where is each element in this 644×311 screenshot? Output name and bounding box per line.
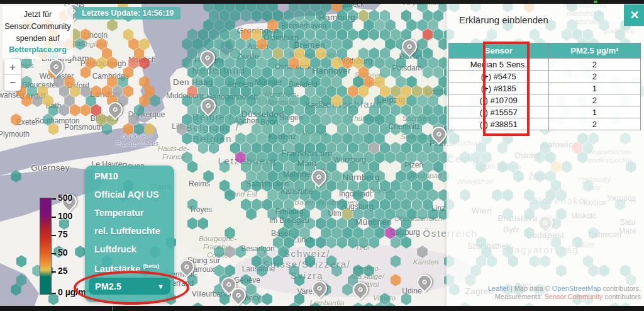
sensor-icon [204,101,213,110]
table-row: (+) #81851 [449,82,641,94]
map-marker[interactable] [104,99,126,120]
sensor-icon [420,278,429,286]
sensor-icon [356,285,365,294]
beta-suffix: (beta) [143,263,159,269]
legend-tick-label: 100 [58,211,72,221]
menu-item-pm10[interactable]: PM10 [85,166,174,184]
close-icon[interactable]: ✕ [624,4,644,26]
map-marker[interactable] [308,166,330,188]
map-marker[interactable] [197,47,218,69]
menu-item-temperatur[interactable]: Temperatur [85,202,174,220]
sensor-icon [435,130,443,139]
map-marker[interactable] [399,36,420,57]
donation-line: Sensor.Community [4,21,72,33]
map-marker[interactable] [309,278,330,299]
sensor-icon [203,54,212,62]
menu-item-lautstaerke[interactable]: Lautstärke (beta) [85,257,174,275]
sensor-icon [182,263,191,271]
sensor-icon [52,62,60,71]
legend-gradient-bar [40,198,52,295]
table-row: (+) #54752 [449,71,641,82]
sensor-icon [111,105,119,114]
chrome-indicator [594,1,597,3]
legend-tick-label: 75 [58,229,68,239]
donation-line: spenden auf [4,33,72,45]
legend-tick-label: 25 [58,266,68,276]
legend-tick-label: 50 [58,247,68,257]
sensor-community-link[interactable]: Sensor.Community [545,293,603,300]
sensor-icon [314,172,323,181]
zoom-out-button[interactable]: − [4,75,21,91]
table-header: Sensor [449,43,549,59]
table-row: (-) #388512 [449,118,641,130]
explanation-panel: Erklärung einblenden ✕ SensorPM2.5 µg/m³… [447,4,644,306]
table-row: (-) #155571 [449,106,641,118]
sensor-icon [405,42,414,51]
osm-link[interactable]: OpenStreetMap [552,285,601,292]
taskbar-tick [112,307,113,310]
map-attribution: Leaflet | Map data © OpenStreetMap contr… [488,285,641,301]
donation-box: Jetzt für Sensor.Community spenden auf B… [3,6,73,59]
sensor-table: SensorPM2.5 µg/m³ Median 5 Sens.2(+) #54… [448,43,641,130]
menu-item-luftdruck[interactable]: Luftdruck [85,239,174,257]
menu-item-rel-luftfeuchte[interactable]: rel. Luftfeuchte [85,220,174,239]
map-marker[interactable] [176,256,197,278]
table-header: PM2.5 µg/m³ [548,43,640,59]
app-window: LeedsHullLincolnNottinghamBirminghamNorw… [0,0,644,311]
betterplace-link[interactable]: Betterplace.org [4,44,72,56]
top-chrome-bar [0,0,644,4]
donation-line: Jetzt für [4,9,72,21]
leaflet-link[interactable]: Leaflet [488,285,509,292]
map-marker[interactable] [45,56,67,77]
table-row: Median 5 Sens.2 [449,59,641,71]
map-marker[interactable] [197,95,219,116]
chevron-down-icon: ▼ [157,283,164,290]
selected-layer-label: PM2.5 [95,281,121,291]
zoom-in-button[interactable]: + [4,59,21,75]
legend-bottom-label: 0 µg/m³ [58,287,89,297]
legend-tick-label: 500 [58,193,72,203]
map-marker[interactable] [414,271,435,293]
table-row: (-) #107092 [449,94,641,106]
sensor-icon [315,284,324,293]
sensor-icon [234,291,243,300]
panel-title-toggle[interactable]: Erklärung einblenden [459,14,548,25]
layer-dropdown-pm25[interactable]: PM2.5 ▼ [89,278,170,295]
last-update-badge: Letztes Update: 14:56:19 [75,7,180,20]
sensor-icon [225,280,233,289]
menu-item-official-aqi-us[interactable]: Official AQI US [85,184,174,202]
bottom-chrome-bar [0,306,644,311]
map-zoom-control: + − [4,59,21,91]
map-marker[interactable] [350,279,371,300]
